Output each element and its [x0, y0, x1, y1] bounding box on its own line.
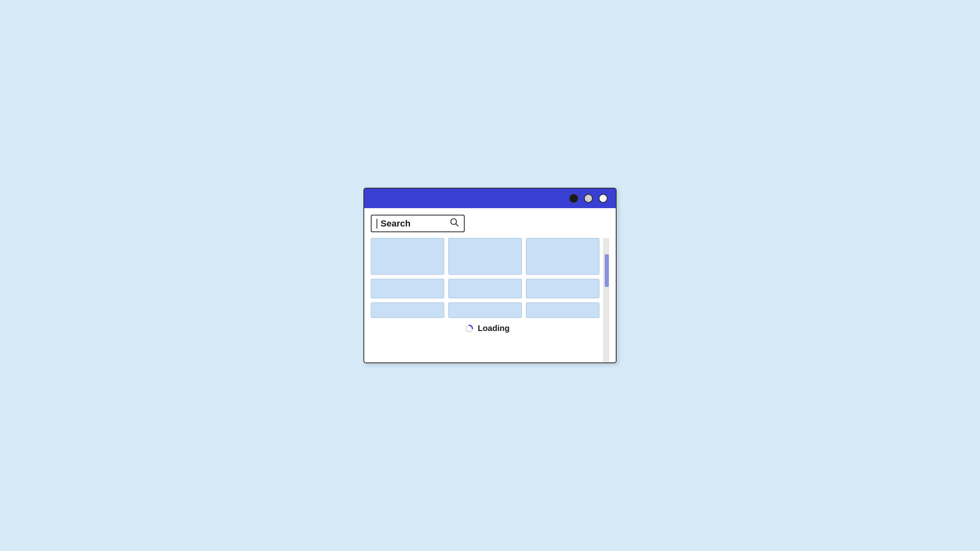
grid-area: Loading	[371, 238, 604, 362]
grid-item	[526, 238, 599, 275]
grid-item	[448, 238, 522, 275]
search-cursor	[376, 219, 377, 229]
results-grid	[371, 238, 604, 318]
grid-item	[448, 302, 522, 318]
titlebar-btn-maximize[interactable]	[599, 194, 608, 203]
scrollbar-track[interactable]	[604, 238, 609, 362]
search-bar[interactable]: Search	[371, 215, 465, 232]
titlebar-btn-close[interactable]	[569, 194, 578, 203]
grid-item	[526, 302, 599, 318]
loading-spinner-icon	[465, 324, 474, 333]
search-icon	[450, 218, 459, 229]
grid-item	[371, 238, 444, 275]
grid-item	[371, 302, 444, 318]
grid-item	[371, 279, 444, 298]
scrollbar-thumb[interactable]	[605, 254, 609, 287]
loading-text: Loading	[478, 324, 510, 333]
search-input-value[interactable]: Search	[381, 218, 447, 229]
grid-item	[448, 279, 522, 298]
titlebar-buttons	[569, 194, 608, 203]
search-bar-wrapper: Search	[371, 215, 609, 232]
browser-content: Search	[364, 208, 616, 362]
grid-item	[526, 279, 599, 298]
browser-titlebar	[364, 189, 616, 208]
titlebar-btn-minimize[interactable]	[584, 194, 593, 203]
browser-window: Search	[363, 188, 617, 363]
svg-line-1	[456, 224, 459, 227]
loading-section: Loading	[371, 318, 604, 339]
content-area: Loading	[371, 238, 609, 362]
